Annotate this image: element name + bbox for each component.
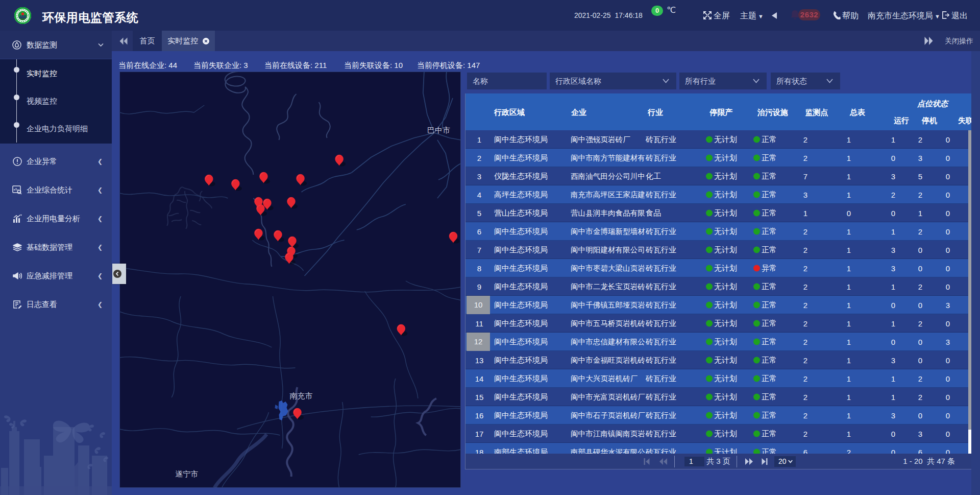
svg-text:遂宁市: 遂宁市 [175,469,198,478]
svg-text:南充市: 南充市 [289,391,312,400]
svg-text:巴中市: 巴中市 [427,126,450,134]
